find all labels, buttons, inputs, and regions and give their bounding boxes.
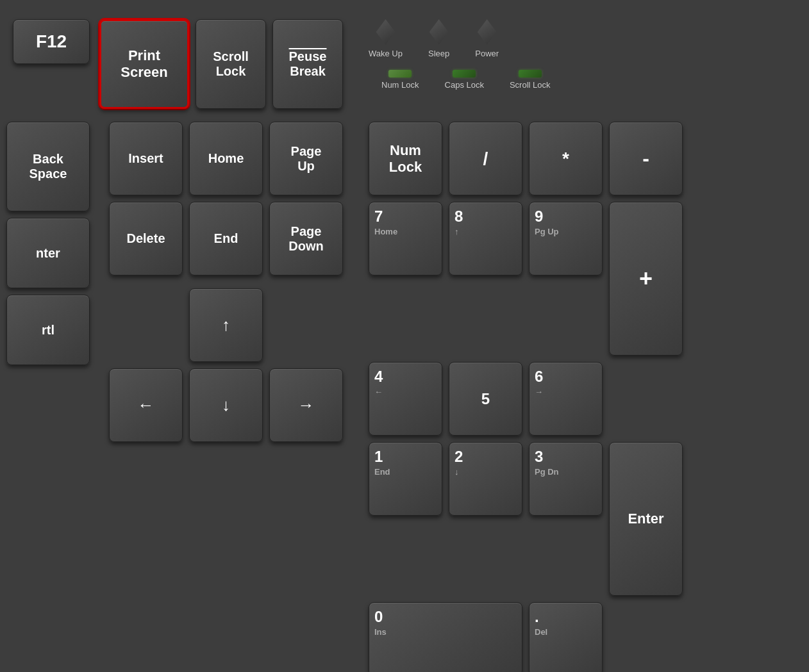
nav-cluster: Insert Home Page Up Delete End Page bbox=[109, 122, 343, 672]
scroll-lock-led-group: Scroll Lock bbox=[510, 70, 551, 90]
left-section: Back Space nter rtl bbox=[6, 122, 90, 672]
key-num-plus[interactable]: + bbox=[609, 202, 683, 356]
key-num-4[interactable]: 4 ← bbox=[369, 362, 442, 436]
num-lock-led bbox=[388, 70, 412, 78]
media-area: Wake Up Sleep Power Num Lock bbox=[369, 19, 551, 90]
key-page-down[interactable]: Page Down bbox=[269, 202, 343, 275]
nav-row-1: Insert Home Page Up bbox=[109, 122, 343, 195]
num-9-sub: Pg Up bbox=[535, 227, 559, 236]
key-home[interactable]: Home bbox=[189, 122, 263, 195]
num-6-main: 6 bbox=[535, 368, 543, 386]
num-lock-label1: Num bbox=[390, 142, 421, 159]
key-f12[interactable]: F12 bbox=[13, 19, 90, 64]
top-row: F12 Print Screen Scroll Lock Peuse Break bbox=[0, 19, 796, 109]
arrow-up-label: ↑ bbox=[222, 315, 230, 335]
num-3-sub: Pg Dn bbox=[535, 467, 559, 477]
num-dot-main: . bbox=[535, 608, 539, 626]
num-asterisk-label: * bbox=[562, 149, 569, 169]
num-4-sub: ← bbox=[374, 387, 383, 397]
nav-section: Back Space nter rtl Insert Home Page bbox=[0, 122, 796, 672]
key-num-5[interactable]: 5 bbox=[449, 362, 522, 436]
key-arrow-down[interactable]: ↓ bbox=[189, 368, 263, 442]
num-plus-label: + bbox=[639, 265, 653, 292]
power-icon bbox=[478, 19, 497, 45]
page-down-label1: Page bbox=[291, 224, 322, 239]
key-backspace[interactable]: Back Space bbox=[6, 122, 90, 211]
key-num-asterisk[interactable]: * bbox=[529, 122, 603, 195]
print-screen-label1: Print bbox=[128, 47, 160, 64]
sleep-icon bbox=[430, 19, 449, 45]
nav-row-2: Delete End Page Down bbox=[109, 202, 343, 275]
wake-up-icon bbox=[376, 19, 395, 45]
pause-label: Peuse bbox=[289, 49, 327, 64]
key-delete[interactable]: Delete bbox=[109, 202, 183, 275]
num-6-sub: → bbox=[535, 387, 543, 397]
power-label: Power bbox=[475, 49, 499, 58]
num-lock-label2: Lock bbox=[389, 159, 422, 176]
num-minus-label: - bbox=[642, 147, 649, 170]
insert-label: Insert bbox=[128, 151, 163, 166]
key-insert[interactable]: Insert bbox=[109, 122, 183, 195]
key-enter-left[interactable]: nter bbox=[6, 218, 90, 288]
power-group: Power bbox=[475, 19, 499, 58]
key-num-1[interactable]: 1 End bbox=[369, 442, 442, 516]
num-8-main: 8 bbox=[455, 208, 463, 225]
ctrl-left-label: rtl bbox=[42, 323, 54, 338]
key-num-0[interactable]: 0 Ins bbox=[369, 602, 522, 672]
key-num-dot[interactable]: . Del bbox=[529, 602, 603, 672]
pause-break-inner: Peuse Break bbox=[289, 49, 327, 79]
home-label: Home bbox=[208, 151, 244, 166]
key-pause-break[interactable]: Peuse Break bbox=[272, 19, 343, 109]
key-num-8[interactable]: 8 ↑ bbox=[449, 202, 522, 275]
key-arrow-right[interactable]: → bbox=[269, 368, 343, 442]
backspace-label1: Back bbox=[33, 152, 63, 167]
key-num-6[interactable]: 6 → bbox=[529, 362, 603, 436]
num-lock-led-label: Num Lock bbox=[381, 80, 419, 90]
key-ctrl-left[interactable]: rtl bbox=[6, 295, 90, 365]
scroll-lock-led bbox=[519, 70, 542, 78]
scroll-lock-label2: Lock bbox=[216, 64, 246, 79]
key-num-7[interactable]: 7 Home bbox=[369, 202, 442, 275]
caps-lock-led bbox=[453, 70, 476, 78]
key-scroll-lock-top[interactable]: Scroll Lock bbox=[196, 19, 266, 109]
page-up-label1: Page bbox=[291, 144, 322, 159]
num-enter-label: Enter bbox=[628, 511, 663, 527]
key-num-3[interactable]: 3 Pg Dn bbox=[529, 442, 603, 516]
num-7-sub: Home bbox=[374, 227, 397, 236]
key-num-slash[interactable]: / bbox=[449, 122, 522, 195]
caps-lock-led-group: Caps Lock bbox=[445, 70, 484, 90]
break-label: Break bbox=[290, 64, 326, 79]
key-arrow-up[interactable]: ↑ bbox=[189, 288, 263, 362]
key-num-enter[interactable]: Enter bbox=[609, 442, 683, 596]
num-dot-sub: Del bbox=[535, 627, 547, 637]
numpad-row-1: Num Lock / * - bbox=[369, 122, 683, 195]
sleep-group: Sleep bbox=[428, 19, 449, 58]
print-screen-label2: Screen bbox=[121, 64, 167, 81]
num-7-main: 7 bbox=[374, 208, 383, 225]
enter-left-label: nter bbox=[36, 246, 60, 261]
numpad: Num Lock / * - 7 Home bbox=[369, 122, 683, 672]
led-row: Num Lock Caps Lock Scroll Lock bbox=[381, 70, 551, 90]
key-page-up[interactable]: Page Up bbox=[269, 122, 343, 195]
arrow-row-bottom: ← ↓ → bbox=[109, 368, 343, 442]
page-down-label2: Down bbox=[288, 239, 323, 254]
sleep-label: Sleep bbox=[428, 49, 449, 58]
key-end[interactable]: End bbox=[189, 202, 263, 275]
num-5-main: 5 bbox=[481, 390, 490, 408]
numpad-row-5: 0 Ins . Del bbox=[369, 602, 683, 672]
key-num-9[interactable]: 9 Pg Up bbox=[529, 202, 603, 275]
f12-label: F12 bbox=[36, 31, 67, 52]
key-num-minus[interactable]: - bbox=[609, 122, 683, 195]
key-num-2[interactable]: 2 ↓ bbox=[449, 442, 522, 516]
key-arrow-left[interactable]: ← bbox=[109, 368, 183, 442]
end-label: End bbox=[214, 231, 238, 246]
delete-label: Delete bbox=[126, 231, 165, 246]
media-buttons: Wake Up Sleep Power bbox=[369, 19, 551, 58]
num-3-main: 3 bbox=[535, 448, 543, 466]
key-num-lock[interactable]: Num Lock bbox=[369, 122, 442, 195]
backspace-label2: Space bbox=[29, 167, 67, 181]
arrow-right-label: → bbox=[298, 395, 315, 415]
key-print-screen[interactable]: Print Screen bbox=[99, 19, 189, 109]
num-0-sub: Ins bbox=[374, 627, 387, 637]
num-lock-led-group: Num Lock bbox=[381, 70, 419, 90]
